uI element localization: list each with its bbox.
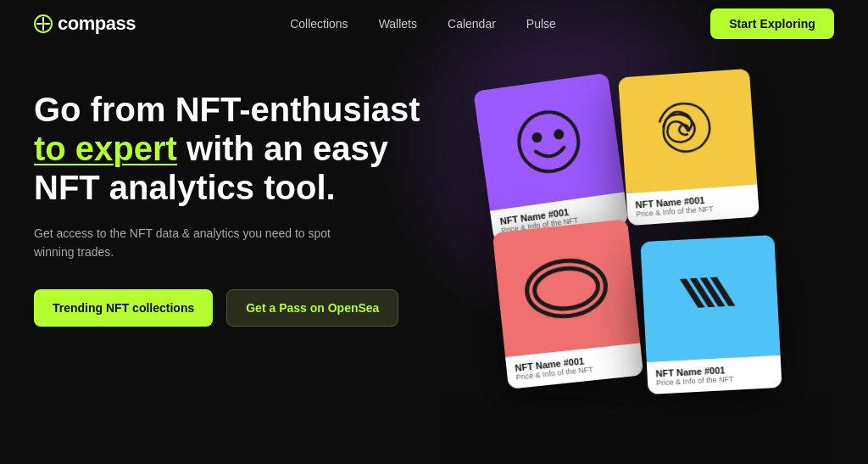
- hero-buttons: Trending NFT collections Get a Pass on O…: [34, 289, 441, 327]
- nft-cards-area: $ NFT Name #001 Price & Info of the NFT: [441, 73, 834, 464]
- nav-wallets[interactable]: Wallets: [379, 17, 417, 31]
- spiral-art: [647, 91, 728, 172]
- nft-card-4[interactable]: NFT Name #001 Price & Info of the NFT: [640, 235, 782, 394]
- opensea-pass-button[interactable]: Get a Pass on OpenSea: [226, 289, 398, 327]
- compass-icon: [34, 14, 53, 33]
- hero-headline: Go from NFT-enthusiast to expert with an…: [34, 90, 441, 207]
- headline-highlight: to expert: [34, 130, 177, 167]
- hero-subtext: Get access to the NFT data & analytics y…: [34, 224, 356, 262]
- start-exploring-button[interactable]: Start Exploring: [710, 8, 834, 39]
- svg-text:$: $: [554, 126, 563, 141]
- nav-calendar[interactable]: Calendar: [448, 17, 496, 31]
- headline-part1: Go from NFT-enthusiast: [34, 91, 420, 128]
- nft-card-1[interactable]: $ NFT Name #001 Price & Info of the NFT: [473, 73, 628, 243]
- smiley-art: $: [506, 98, 593, 185]
- nav-pulse[interactable]: Pulse: [526, 17, 556, 31]
- nav-links: Collections Wallets Calendar Pulse: [290, 17, 556, 31]
- nft-card-4-info: NFT Name #001 Price & Info of the NFT: [647, 355, 782, 394]
- svg-point-6: [515, 109, 582, 176]
- ring-art: [521, 254, 612, 322]
- waves-art: [670, 259, 751, 339]
- nft-card-4-image: [640, 235, 780, 362]
- brand-name: compass: [58, 13, 136, 35]
- hero-content: Go from NFT-enthusiast to expert with an…: [34, 73, 441, 327]
- nft-card-2-image: [618, 69, 757, 193]
- cards-container: $ NFT Name #001 Price & Info of the NFT: [466, 56, 856, 463]
- nft-card-3[interactable]: NFT Name #001 Price & Info of the NFT: [492, 219, 643, 389]
- nft-card-2[interactable]: NFT Name #001 Price & Info of the NFT: [618, 69, 760, 226]
- svg-point-7: [531, 131, 543, 143]
- trending-collections-button[interactable]: Trending NFT collections: [34, 289, 213, 327]
- nft-card-3-image: [492, 219, 640, 357]
- nav-collections[interactable]: Collections: [290, 17, 348, 31]
- hero-section: Go from NFT-enthusiast to expert with an…: [0, 48, 868, 464]
- logo: compass: [34, 13, 136, 35]
- nft-card-1-image: $: [473, 73, 624, 211]
- navbar: compass Collections Wallets Calendar Pul…: [0, 0, 868, 48]
- svg-point-2: [42, 22, 45, 25]
